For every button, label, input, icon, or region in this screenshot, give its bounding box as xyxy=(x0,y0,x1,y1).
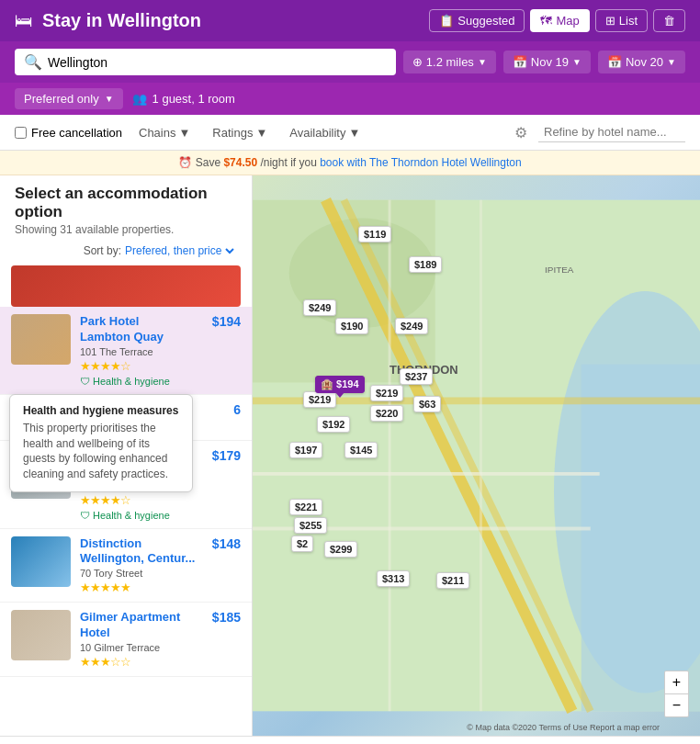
hotel-item[interactable]: Gilmer Apartment Hotel 10 Gilmer Terrace… xyxy=(0,603,252,677)
location-input-wrapper[interactable]: 🔍 xyxy=(15,49,396,75)
hotel-price: $185 xyxy=(204,610,241,669)
preferred-arrow-icon: ▼ xyxy=(105,94,114,104)
sort-label: Sort by: xyxy=(84,244,121,257)
tooltip-title: Health and hygiene measures xyxy=(23,404,179,417)
ratings-filter[interactable]: Ratings ▼ xyxy=(207,123,273,142)
ratings-arrow-icon: ▼ xyxy=(255,126,267,140)
map-pin[interactable]: $2 xyxy=(291,535,313,552)
health-badge: 🛡 Health & hygiene xyxy=(80,376,204,387)
map-icon: 🗺 xyxy=(540,14,552,28)
hotel-price: $148 xyxy=(204,536,241,595)
map-pin[interactable]: $197 xyxy=(289,442,322,458)
map-pin[interactable]: $192 xyxy=(317,416,350,433)
suggested-icon: 📋 xyxy=(439,14,454,28)
first-thumb-wrapper xyxy=(0,262,252,307)
calendar2-icon: 📅 xyxy=(607,55,622,69)
hotel-stars: ★★★☆☆ xyxy=(80,655,204,669)
distance-icon: ⊕ xyxy=(412,55,423,69)
map-pin[interactable]: $299 xyxy=(324,541,357,558)
map-area[interactable]: THORNDON IPITEA $119 $189 $249 $190 $249… xyxy=(253,175,700,736)
availability-filter[interactable]: Availability ▼ xyxy=(284,123,366,142)
tooltip-text: This property prioritises the health and… xyxy=(23,421,179,482)
shield-icon: 🛡 xyxy=(80,510,90,521)
suggested-button[interactable]: 📋 Suggested xyxy=(429,9,525,32)
map-pin[interactable]: $145 xyxy=(344,442,378,458)
checkin-arrow-icon: ▼ xyxy=(572,57,581,67)
first-thumb xyxy=(11,265,241,307)
map-selected-pin[interactable]: 🏨 $194 xyxy=(315,376,365,393)
filters-row: Preferred only ▼ 👥 1 guest, 1 room xyxy=(0,83,700,115)
map-pin[interactable]: $119 xyxy=(358,226,391,242)
location-input[interactable] xyxy=(48,55,387,70)
map-pin[interactable]: $63 xyxy=(413,396,441,412)
hotel-name: Gilmer Apartment Hotel xyxy=(80,610,204,641)
sub-filters: Free cancellation Chains ▼ Ratings ▼ Ava… xyxy=(0,115,700,151)
calendar-icon: 📅 xyxy=(513,55,527,69)
hotel-address: 70 Tory Street xyxy=(80,568,204,579)
preferred-dropdown[interactable]: Preferred only ▼ xyxy=(15,88,123,109)
chains-filter[interactable]: Chains ▼ xyxy=(133,123,196,142)
sort-select[interactable]: Prefered, then price Price Rating xyxy=(121,243,237,258)
map-pin[interactable]: $221 xyxy=(289,499,322,515)
svg-rect-3 xyxy=(253,200,435,383)
map-pin[interactable]: $249 xyxy=(303,299,336,316)
map-pin[interactable]: $220 xyxy=(370,405,403,422)
guests-button[interactable]: 👥 1 guest, 1 room xyxy=(132,92,235,106)
map-pin[interactable]: $255 xyxy=(294,517,327,534)
hotel-info: Gilmer Apartment Hotel 10 Gilmer Terrace… xyxy=(71,610,204,669)
map-pin[interactable]: $219 xyxy=(303,391,336,408)
map-button[interactable]: 🗺 Map xyxy=(530,9,589,32)
trash-icon: 🗑 xyxy=(663,14,675,28)
hotel-address: 101 The Terrace xyxy=(80,346,204,357)
zoom-in-button[interactable]: + xyxy=(665,671,688,694)
trash-button[interactable]: 🗑 xyxy=(653,9,685,32)
tooltip-box: Health and hygiene measures This propert… xyxy=(9,394,193,492)
distance-arrow-icon: ▼ xyxy=(478,57,487,67)
hotel-name: Distinction Wellington, Centur... xyxy=(80,536,204,568)
promo-link[interactable]: book with The Thorndon Hotel Wellington xyxy=(320,156,521,169)
header: 🛏 Stay in Wellington 📋 Suggested 🗺 Map ⊞… xyxy=(0,0,700,41)
hotel-name: Park HotelLambton Quay xyxy=(80,314,204,345)
hotel-item[interactable]: Distinction Wellington, Centur... 70 Tor… xyxy=(0,529,252,603)
map-pin[interactable]: $219 xyxy=(370,385,403,401)
svg-line-6 xyxy=(344,200,590,712)
hotel-price: $194 xyxy=(204,314,241,387)
zoom-out-button[interactable]: − xyxy=(665,694,688,716)
map-pin[interactable]: $249 xyxy=(395,318,428,334)
map-attribution: © Map data ©2020 Terms of Use Report a m… xyxy=(467,723,660,732)
chains-arrow-icon: ▼ xyxy=(178,126,190,140)
list-title: Select an accommodation option xyxy=(15,185,237,221)
main-content: Select an accommodation option Showing 3… xyxy=(0,175,700,736)
bed-icon: 🛏 xyxy=(15,10,33,31)
filter-icon: ⚙ xyxy=(514,124,527,141)
distance-filter[interactable]: ⊕ 1.2 miles ▼ xyxy=(403,51,496,73)
free-cancellation-filter[interactable]: Free cancellation xyxy=(15,126,122,140)
sort-bar: Sort by: Prefered, then price Price Rati… xyxy=(0,240,252,262)
svg-rect-2 xyxy=(581,365,700,712)
hotel-address: 10 Gilmer Terrace xyxy=(80,642,204,653)
guests-icon: 👥 xyxy=(132,92,147,106)
map-pin[interactable]: $190 xyxy=(335,318,368,334)
map-pin[interactable]: $211 xyxy=(436,572,469,589)
map-pin[interactable]: $189 xyxy=(409,256,442,273)
list-button[interactable]: ⊞ List xyxy=(595,9,648,32)
page-title: Stay in Wellington xyxy=(42,10,201,31)
hotel-price: 6 xyxy=(204,402,241,433)
checkin-filter[interactable]: 📅 Nov 19 ▼ xyxy=(503,51,591,73)
map-pin[interactable]: $313 xyxy=(377,570,410,587)
availability-arrow-icon: ▼ xyxy=(348,126,360,140)
map-pin[interactable]: $237 xyxy=(400,368,433,385)
list-subtitle: Showing 31 available properties. xyxy=(15,223,237,236)
search-bar: 🔍 ⊕ 1.2 miles ▼ 📅 Nov 19 ▼ 📅 Nov 20 ▼ xyxy=(0,41,700,83)
hotel-item[interactable]: Park HotelLambton Quay 101 The Terrace ★… xyxy=(0,307,252,395)
checkout-arrow-icon: ▼ xyxy=(667,57,676,67)
checkout-filter[interactable]: 📅 Nov 20 ▼ xyxy=(598,51,685,73)
list-header: Select an accommodation option Showing 3… xyxy=(0,175,252,240)
promo-icon: ⏰ xyxy=(178,156,192,169)
hotel-thumb xyxy=(11,536,71,587)
hotel-map-icon: 🏨 xyxy=(321,378,333,389)
refine-input[interactable] xyxy=(538,122,685,142)
bottom-bar: DISCARD ITINERARY CONTINUE TO CONFIRM xyxy=(0,736,700,744)
free-cancellation-checkbox[interactable] xyxy=(15,127,27,139)
header-right: 📋 Suggested 🗺 Map ⊞ List 🗑 xyxy=(429,9,685,32)
